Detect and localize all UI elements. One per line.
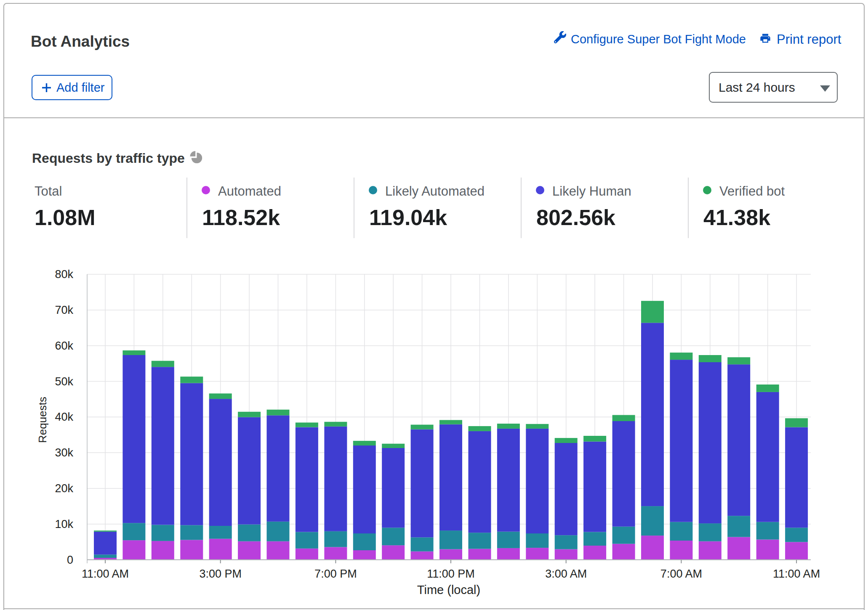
svg-text:0: 0 — [67, 554, 73, 566]
svg-text:3:00 PM: 3:00 PM — [199, 568, 242, 580]
svg-text:Time (local): Time (local) — [417, 583, 480, 597]
svg-text:50k: 50k — [55, 375, 73, 388]
svg-text:3:00 AM: 3:00 AM — [545, 568, 587, 580]
svg-text:60k: 60k — [55, 339, 73, 352]
svg-text:7:00 PM: 7:00 PM — [314, 568, 357, 580]
svg-text:11:00 AM: 11:00 AM — [82, 568, 129, 580]
svg-text:7:00 AM: 7:00 AM — [660, 568, 702, 580]
svg-text:30k: 30k — [55, 446, 73, 459]
svg-text:11:00 AM: 11:00 AM — [773, 568, 820, 580]
svg-text:Requests: Requests — [36, 397, 49, 443]
svg-text:40k: 40k — [55, 411, 73, 423]
svg-text:70k: 70k — [55, 304, 73, 316]
svg-text:80k: 80k — [55, 268, 73, 281]
svg-text:10k: 10k — [55, 518, 73, 530]
svg-text:20k: 20k — [55, 482, 73, 495]
svg-text:11:00 PM: 11:00 PM — [427, 568, 475, 580]
